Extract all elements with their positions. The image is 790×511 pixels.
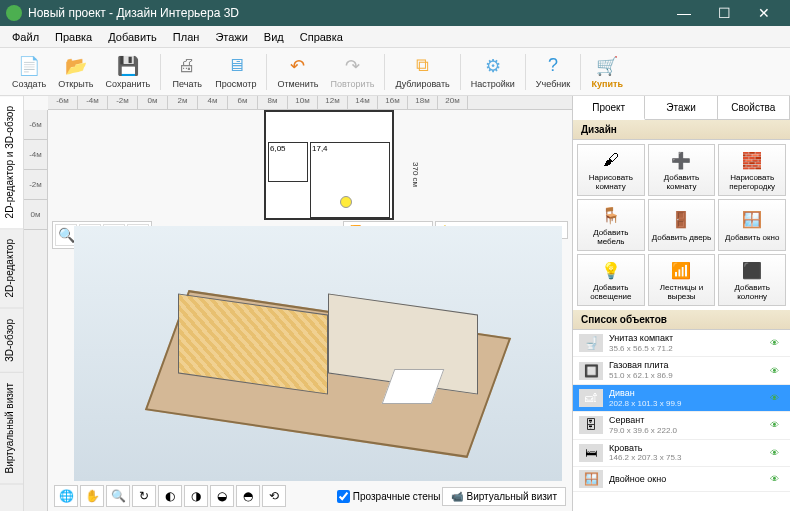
object-thumb: 🛋 xyxy=(579,389,603,407)
toolbar-label: Настройки xyxy=(471,79,515,89)
zoom-button[interactable]: 🔍 xyxy=(106,485,130,507)
view-top-button[interactable]: ◐ xyxy=(158,485,182,507)
main-toolbar: 📄Создать📂Открыть💾Сохранить🖨Печать🖥Просмо… xyxy=(0,48,790,96)
menu-справка[interactable]: Справка xyxy=(292,28,351,46)
toolbar-label: Повторить xyxy=(331,79,375,89)
object-thumb: 🚽 xyxy=(579,334,603,352)
transparent-walls-checkbox[interactable]: Прозрачные стены xyxy=(337,490,441,503)
object-dims: 146.2 x 207.3 x 75.3 xyxy=(609,453,764,463)
toolbar-label: Купить xyxy=(592,79,623,89)
view-3d[interactable] xyxy=(74,226,562,481)
menu-этажи[interactable]: Этажи xyxy=(207,28,255,46)
left-tab-3[interactable]: Виртуальный визит xyxy=(0,373,23,485)
menu-добавить[interactable]: Добавить xyxy=(100,28,165,46)
object-thumb: 🔲 xyxy=(579,362,603,380)
object-name: Кровать xyxy=(609,443,764,454)
redo-button[interactable]: ↷Повторить xyxy=(325,50,381,94)
camera-marker[interactable] xyxy=(340,196,352,208)
design-btn[interactable]: 🧱Нарисовать перегородку xyxy=(718,144,786,196)
object-item[interactable]: 🔲Газовая плита51.0 x 62.1 x 86.9👁 xyxy=(573,357,790,384)
view-reset-button[interactable]: ⟲ xyxy=(262,485,286,507)
visibility-icon[interactable]: 👁 xyxy=(770,420,784,430)
visibility-icon[interactable]: 👁 xyxy=(770,448,784,458)
object-item[interactable]: 🛏Кровать146.2 x 207.3 x 75.3👁 xyxy=(573,440,790,467)
toolbar-label: Учебник xyxy=(536,79,570,89)
design-btn[interactable]: 📶Лестницы и вырезы xyxy=(648,254,716,306)
menu-файл[interactable]: Файл xyxy=(4,28,47,46)
save-button[interactable]: 💾Сохранить xyxy=(100,50,157,94)
design-btn[interactable]: 💡Добавить освещение xyxy=(577,254,645,306)
close-button[interactable]: ✕ xyxy=(744,0,784,26)
visibility-icon[interactable]: 👁 xyxy=(770,366,784,376)
design-btn[interactable]: ➕Добавить комнату xyxy=(648,144,716,196)
design-label: Нарисовать комнату xyxy=(580,173,642,191)
virtual-visit-button[interactable]: 📹Виртуальный визит xyxy=(442,487,566,506)
left-tab-1[interactable]: 2D-редактор xyxy=(0,229,23,309)
duplicate-button[interactable]: ⧉Дублировать xyxy=(389,50,455,94)
design-btn[interactable]: ⬛Добавить колонну xyxy=(718,254,786,306)
orbit-button[interactable]: 🌐 xyxy=(54,485,78,507)
maximize-button[interactable]: ☐ xyxy=(704,0,744,26)
object-dims: 79.0 x 39.6 x 222.0 xyxy=(609,426,764,436)
design-btn[interactable]: 🪟Добавить окно xyxy=(718,199,786,251)
visibility-icon[interactable]: 👁 xyxy=(770,338,784,348)
object-item[interactable]: 🛋Диван202.8 x 101.3 x 99.9👁 xyxy=(573,385,790,412)
design-buttons-grid: 🖌Нарисовать комнату➕Добавить комнату🧱Нар… xyxy=(573,140,790,310)
minimize-button[interactable]: — xyxy=(664,0,704,26)
visibility-icon[interactable]: 👁 xyxy=(770,474,784,484)
visibility-icon[interactable]: 👁 xyxy=(770,393,784,403)
settings-button[interactable]: ⚙Настройки xyxy=(465,50,521,94)
design-label: Добавить комнату xyxy=(651,173,713,191)
menu-план[interactable]: План xyxy=(165,28,208,46)
print-button[interactable]: 🖨Печать xyxy=(165,50,209,94)
design-label: Лестницы и вырезы xyxy=(651,283,713,301)
manual-button[interactable]: ?Учебник xyxy=(530,50,576,94)
objects-header: Список объектов xyxy=(573,310,790,330)
left-tabs: 2D-редактор и 3D-обзор2D-редактор3D-обзо… xyxy=(0,96,24,511)
design-label: Добавить освещение xyxy=(580,283,642,301)
toolbar-label: Сохранить xyxy=(106,79,151,89)
preview-button[interactable]: 🖥Просмотр xyxy=(209,50,262,94)
design-btn[interactable]: 🚪Добавить дверь xyxy=(648,199,716,251)
menu-правка[interactable]: Правка xyxy=(47,28,100,46)
toolbar-label: Просмотр xyxy=(215,79,256,89)
open-button[interactable]: 📂Открыть xyxy=(52,50,99,94)
undo-button[interactable]: ↶Отменить xyxy=(271,50,324,94)
object-name: Сервант xyxy=(609,415,764,426)
toolbar-label: Печать xyxy=(173,79,202,89)
design-btn[interactable]: 🖌Нарисовать комнату xyxy=(577,144,645,196)
buy-icon: 🛒 xyxy=(596,55,618,77)
preview-icon: 🖥 xyxy=(225,55,247,77)
canvas-area[interactable]: -6м-4м-2м0м2м4м6м8м10м12м14м16м18м20м -6… xyxy=(24,96,572,511)
prop-tab-Проект[interactable]: Проект xyxy=(573,96,645,120)
object-name: Диван xyxy=(609,388,764,399)
create-button[interactable]: 📄Создать xyxy=(6,50,52,94)
menu-вид[interactable]: Вид xyxy=(256,28,292,46)
object-item[interactable]: 🪟Двойное окно👁 xyxy=(573,467,790,492)
view-front-button[interactable]: ◒ xyxy=(210,485,234,507)
buy-button[interactable]: 🛒Купить xyxy=(585,50,629,94)
ruler-horizontal: -6м-4м-2м0м2м4м6м8м10м12м14м16м18м20м xyxy=(48,96,572,110)
print-icon: 🖨 xyxy=(176,55,198,77)
prop-tab-Свойства[interactable]: Свойства xyxy=(718,96,790,119)
object-item[interactable]: 🗄Сервант79.0 x 39.6 x 222.0👁 xyxy=(573,412,790,439)
left-tab-2[interactable]: 3D-обзор xyxy=(0,309,23,373)
create-icon: 📄 xyxy=(18,55,40,77)
object-name: Унитаз компакт xyxy=(609,333,764,344)
object-item[interactable]: 🚽Унитаз компакт35.6 x 56.5 x 71.2👁 xyxy=(573,330,790,357)
room-label: 17,4 xyxy=(310,142,390,218)
prop-tab-Этажи[interactable]: Этажи xyxy=(645,96,717,119)
pan-button[interactable]: ✋ xyxy=(80,485,104,507)
window-title: Новый проект - Дизайн Интерьера 3D xyxy=(28,6,664,20)
rotate-button[interactable]: ↻ xyxy=(132,485,156,507)
floorplan-2d[interactable]: 6,05 17,4 370 см xyxy=(264,110,394,220)
view-iso-button[interactable]: ◓ xyxy=(236,485,260,507)
undo-icon: ↶ xyxy=(287,55,309,77)
view-side-button[interactable]: ◑ xyxy=(184,485,208,507)
design-btn[interactable]: 🪑Добавить мебель xyxy=(577,199,645,251)
left-tab-0[interactable]: 2D-редактор и 3D-обзор xyxy=(0,96,23,229)
redo-icon: ↷ xyxy=(342,55,364,77)
objects-list[interactable]: 🚽Унитаз компакт35.6 x 56.5 x 71.2👁🔲Газов… xyxy=(573,330,790,511)
toolbar-label: Создать xyxy=(12,79,46,89)
save-icon: 💾 xyxy=(117,55,139,77)
